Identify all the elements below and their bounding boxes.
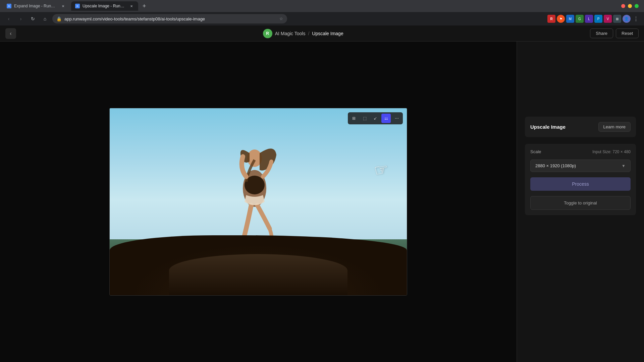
ext-icon-4[interactable]: G: [576, 15, 584, 23]
breadcrumb-separator: /: [308, 31, 309, 36]
tab-1-close[interactable]: ✕: [60, 3, 66, 9]
ext-icon-3[interactable]: M: [566, 15, 574, 23]
address-bar-row: ‹ › ↻ ⌂ 🔒 app.runwayml.com/video-tools/t…: [0, 12, 644, 25]
scale-dropdown[interactable]: 2880 × 1920 (1080p) ▼: [530, 160, 631, 172]
window-minimize-control[interactable]: [628, 4, 632, 8]
main-image: ⊞ ⬚ ↙ ⚏ ⋯ ☞: [110, 108, 407, 295]
ext-icon-1[interactable]: R: [547, 15, 555, 23]
image-area: ⊞ ⬚ ↙ ⚏ ⋯ ☞: [0, 42, 517, 362]
tab-2-favicon: R: [75, 4, 80, 8]
panel-title: Upscale Image: [530, 124, 566, 130]
dropdown-arrow-icon: ▼: [622, 164, 626, 168]
breadcrumb-current: Upscale Image: [312, 31, 343, 36]
main-content: ⊞ ⬚ ↙ ⚏ ⋯ ☞ Upscale Image Learn more: [0, 42, 644, 362]
scale-label: Scale: [530, 149, 541, 154]
input-size-label: Input Size: 720 × 480: [592, 149, 631, 154]
rock-detail: [169, 254, 347, 295]
share-button[interactable]: Share: [590, 28, 613, 38]
app-back-button[interactable]: ‹: [5, 28, 16, 39]
forward-nav-button[interactable]: ›: [16, 14, 25, 23]
image-container: ⊞ ⬚ ↙ ⚏ ⋯ ☞: [109, 108, 407, 296]
ext-icon-6[interactable]: P: [594, 15, 602, 23]
address-bar[interactable]: 🔒 app.runwayml.com/video-tools/teams/ste…: [52, 14, 287, 23]
learn-more-button[interactable]: Learn more: [598, 122, 631, 132]
toggle-original-button[interactable]: Toggle to original: [530, 196, 631, 210]
app-bar: ‹ R AI Magic Tools / Upscale Image Share…: [0, 25, 644, 42]
runway-logo: R: [263, 29, 272, 38]
ext-icon-2[interactable]: ⚑: [557, 15, 565, 23]
ext-icon-8[interactable]: ⊞: [613, 15, 621, 23]
lock-icon: 🔒: [56, 16, 62, 21]
url-text: app.runwayml.com/video-tools/teams/stefa…: [64, 16, 277, 21]
home-nav-button[interactable]: ⌂: [40, 14, 50, 23]
panel-content: Upscale Image Learn more Scale Input Siz…: [517, 109, 644, 223]
tab-2-title: Upscale Image - Runway: [83, 4, 126, 8]
bookmark-icon[interactable]: ☆: [279, 16, 283, 21]
scale-row: Scale Input Size: 720 × 480: [530, 149, 631, 154]
breadcrumb-parent: AI Magic Tools: [275, 31, 306, 36]
image-toolbar: ⊞ ⬚ ↙ ⚏ ⋯: [348, 112, 403, 124]
panel-body: Scale Input Size: 720 × 480 2880 × 1920 …: [525, 144, 636, 215]
back-nav-button[interactable]: ‹: [4, 14, 13, 23]
tab-expand-image[interactable]: R Expand Image - Runway ✕: [3, 1, 70, 11]
new-tab-button[interactable]: +: [140, 1, 149, 11]
runway-logo-letter: R: [266, 31, 269, 36]
app-bar-left: ‹: [5, 28, 16, 39]
toolbar-arrows-button[interactable]: ↙: [371, 114, 380, 123]
panel-header: Upscale Image Learn more: [525, 117, 636, 137]
tab-upscale-image[interactable]: R Upscale Image - Runway ✕: [71, 1, 138, 11]
browser-extensions: R ⚑ M G L P V ⊞ 👤 ⋮: [547, 15, 640, 23]
tab-1-title: Expand Image - Runway: [14, 4, 58, 8]
toolbar-grid-button[interactable]: ⊞: [349, 114, 359, 123]
figure-svg: [218, 128, 291, 249]
tab-2-close[interactable]: ✕: [129, 3, 134, 9]
ext-icon-7[interactable]: V: [604, 15, 612, 23]
app-bar-right: Share Reset: [590, 28, 639, 38]
address-bar-icons: ☆: [279, 16, 283, 21]
toolbar-more-button[interactable]: ⋯: [392, 114, 401, 123]
ext-icon-menu[interactable]: ⋮: [632, 15, 640, 23]
ext-icon-profile[interactable]: 👤: [623, 15, 631, 23]
window-maximize-control[interactable]: [635, 4, 639, 8]
ext-icon-5[interactable]: L: [585, 15, 593, 23]
tab-bar: R Expand Image - Runway ✕ R Upscale Imag…: [0, 0, 644, 12]
process-button[interactable]: Process: [530, 177, 631, 191]
browser-chrome: R Expand Image - Runway ✕ R Upscale Imag…: [0, 0, 644, 25]
app-bar-center: R AI Magic Tools / Upscale Image: [16, 29, 590, 38]
window-close-control[interactable]: [621, 4, 625, 8]
breadcrumb: AI Magic Tools / Upscale Image: [275, 31, 343, 36]
reset-button[interactable]: Reset: [616, 28, 639, 38]
scale-dropdown-value: 2880 × 1920 (1080p): [535, 163, 576, 168]
window-controls: [621, 4, 641, 8]
toolbar-frame-button[interactable]: ⬚: [360, 114, 369, 123]
tab-1-favicon: R: [7, 4, 11, 8]
right-panel: Upscale Image Learn more Scale Input Siz…: [517, 42, 644, 362]
reload-nav-button[interactable]: ↻: [28, 14, 38, 23]
toolbar-compare-button[interactable]: ⚏: [381, 114, 391, 123]
